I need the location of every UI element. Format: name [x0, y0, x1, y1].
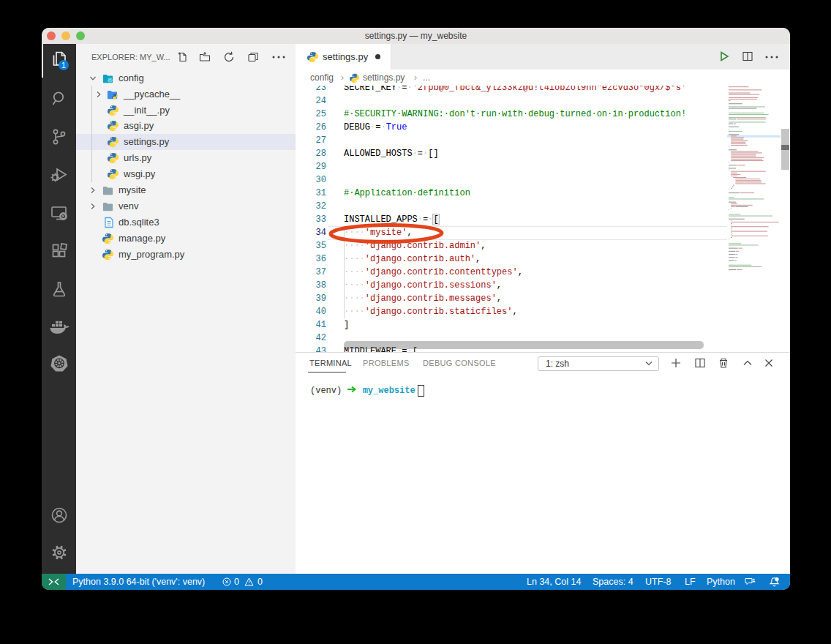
svg-text:1: 1 [61, 61, 66, 70]
